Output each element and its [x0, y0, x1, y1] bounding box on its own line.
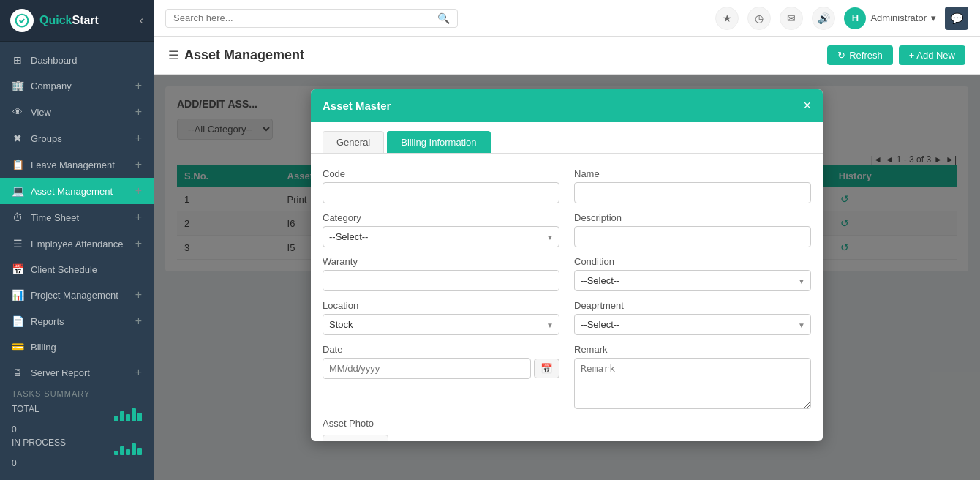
add-new-button[interactable]: + Add New — [899, 45, 965, 65]
name-input[interactable] — [574, 182, 811, 203]
remark-label: Remark — [574, 344, 811, 355]
in-process-value: 0 — [12, 458, 17, 468]
user-menu[interactable]: H Administrator ▾ — [844, 7, 936, 29]
category-select[interactable]: --Select-- — [323, 226, 559, 247]
attendance-icon: ☰ — [12, 238, 23, 250]
logo-icon — [10, 9, 34, 32]
sidebar-item-company[interactable]: 🏢 Company + — [0, 72, 154, 99]
search-box[interactable]: 🔍 — [165, 9, 458, 28]
sidebar-item-leave-management[interactable]: 📋 Leave Management + — [0, 151, 154, 178]
location-label: Location — [323, 300, 559, 311]
calendar-button[interactable]: 📅 — [534, 359, 559, 378]
sidebar-item-label: Reports — [31, 316, 135, 327]
sidebar-item-groups[interactable]: ✖ Groups + — [0, 125, 154, 151]
project-icon: 📊 — [12, 289, 23, 301]
description-input[interactable] — [574, 226, 811, 247]
asset-master-modal: Asset Master × General Billing Informati… — [311, 89, 823, 441]
in-process-chart — [114, 438, 142, 455]
total-chart — [114, 404, 142, 421]
form-group-condition: Condition --Select-- ▼ — [574, 256, 811, 291]
remark-textarea[interactable] — [574, 358, 811, 409]
form-group-code: Code — [323, 168, 559, 203]
user-name: Administrator — [870, 12, 927, 23]
location-select[interactable]: Stock — [323, 314, 559, 335]
reports-icon: 📄 — [12, 315, 23, 327]
tasks-in-process-row: IN PROCESS — [12, 438, 142, 455]
total-label: TOTAL — [12, 404, 39, 421]
modal-header: Asset Master × — [311, 89, 823, 122]
view-icon: 👁 — [12, 106, 23, 118]
department-select[interactable]: --Select-- — [574, 314, 811, 335]
sidebar-item-label: Company — [31, 80, 135, 91]
department-select-wrap: --Select-- ▼ — [574, 314, 811, 335]
asset-photo-label: Asset Photo — [323, 418, 811, 429]
refresh-icon: ↻ — [837, 50, 845, 61]
refresh-button[interactable]: ↻ Refresh — [827, 45, 893, 65]
warranty-input[interactable] — [323, 270, 559, 291]
sidebar-item-dashboard[interactable]: ⊞ Dashboard — [0, 48, 154, 72]
plus-icon: + — [135, 158, 142, 171]
sidebar-item-asset-management[interactable]: 💻 Asset Management + — [0, 178, 154, 204]
main-content: 🔍 ★ ◷ ✉ 🔊 H Administrator ▾ 💬 ☰ Asset Ma… — [154, 0, 980, 480]
sidebar-nav: ⊞ Dashboard 🏢 Company + 👁 View + ✖ Group… — [0, 42, 154, 380]
form-group-description: Description — [574, 212, 811, 247]
tab-general[interactable]: General — [323, 131, 384, 153]
code-input[interactable] — [323, 182, 559, 203]
content-area: ADD/EDIT ASS... --All Category-- |◄ ◄ 1 … — [154, 75, 980, 480]
condition-select[interactable]: --Select-- — [574, 270, 811, 291]
timesheet-icon: ⏱ — [12, 211, 23, 223]
server-icon: 🖥 — [12, 367, 23, 378]
sidebar-item-server-report[interactable]: 🖥 Server Report + — [0, 359, 154, 380]
sidebar-item-label: Time Sheet — [31, 212, 135, 223]
modal-title: Asset Master — [323, 100, 391, 112]
plus-icon: + — [135, 79, 142, 92]
sidebar-item-label: Dashboard — [31, 55, 142, 66]
dashboard-icon: ⊞ — [12, 54, 23, 66]
modal-body: Code Name Category — [311, 154, 823, 441]
sidebar-item-label: Client Schedule — [31, 264, 142, 275]
sidebar-item-project-management[interactable]: 📊 Project Management + — [0, 282, 154, 308]
date-input[interactable] — [323, 358, 531, 379]
page-title-row: ☰ Asset Management — [168, 48, 304, 63]
form-group-remark: Remark — [574, 344, 811, 409]
sidebar-item-view[interactable]: 👁 View + — [0, 99, 154, 125]
sidebar-item-label: Billing — [31, 342, 142, 353]
in-process-label: IN PROCESS — [12, 438, 66, 455]
total-value: 0 — [12, 424, 17, 435]
plus-icon: + — [135, 184, 142, 198]
star-icon[interactable]: ★ — [715, 7, 739, 30]
page-title-icon: ☰ — [168, 48, 178, 62]
date-label: Date — [323, 344, 559, 355]
category-label: Category — [323, 212, 559, 223]
sidebar: QuickStart ‹ ⊞ Dashboard 🏢 Company + 👁 V… — [0, 0, 154, 480]
department-label: Deaprtment — [574, 300, 811, 311]
user-dropdown-icon: ▾ — [931, 12, 936, 23]
sidebar-item-time-sheet[interactable]: ⏱ Time Sheet + — [0, 204, 154, 230]
form-group-category: Category --Select-- ▼ — [323, 212, 559, 247]
modal-close-button[interactable]: × — [803, 98, 811, 113]
speaker-icon[interactable]: 🔊 — [812, 7, 835, 30]
form-group-location: Location Stock ▼ — [323, 300, 559, 335]
tab-billing-information[interactable]: Billing Information — [387, 131, 490, 153]
tasks-summary: TASKS SUMMARY TOTAL 0 IN PROCESS — [0, 380, 154, 480]
topbar: 🔍 ★ ◷ ✉ 🔊 H Administrator ▾ 💬 — [154, 0, 980, 37]
sidebar-item-employee-attendance[interactable]: ☰ Employee Attendance + — [0, 230, 154, 257]
condition-label: Condition — [574, 256, 811, 267]
search-input[interactable] — [173, 12, 433, 23]
company-icon: 🏢 — [12, 80, 23, 91]
sidebar-item-billing[interactable]: 💳 Billing — [0, 334, 154, 359]
asset-icon: 💻 — [12, 185, 23, 197]
logo-text: QuickStart — [39, 14, 99, 27]
code-label: Code — [323, 168, 559, 179]
envelope-icon[interactable]: ✉ — [780, 7, 803, 30]
sidebar-item-reports[interactable]: 📄 Reports + — [0, 308, 154, 334]
form-group-warranty: Waranty — [323, 256, 559, 291]
tasks-in-process-value-row: 0 — [12, 458, 142, 468]
sidebar-item-client-schedule[interactable]: 📅 Client Schedule — [0, 257, 154, 282]
plus-icon: + — [135, 132, 142, 145]
sidebar-item-label: Server Report — [31, 367, 135, 378]
chat-icon[interactable]: 💬 — [945, 7, 968, 30]
sidebar-toggle-icon[interactable]: ‹ — [140, 14, 143, 27]
clock-icon[interactable]: ◷ — [747, 7, 771, 30]
tasks-total-row: TOTAL — [12, 404, 142, 421]
